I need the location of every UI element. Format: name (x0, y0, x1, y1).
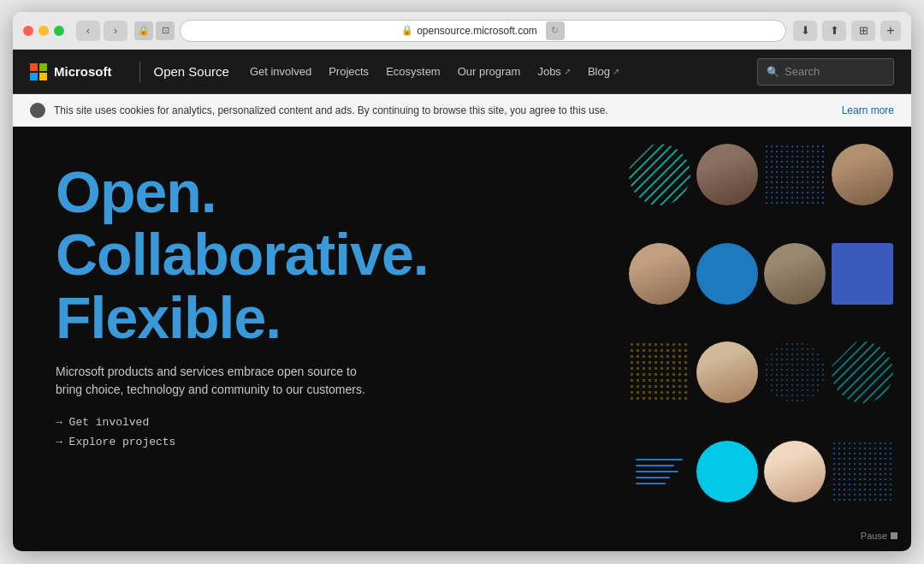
avatar-1 (696, 144, 758, 205)
site-nav: Microsoft Open Source Get involved Proje… (13, 50, 911, 94)
grid-cell-cyan-circle (696, 441, 758, 502)
ms-green-square (39, 63, 47, 71)
toolbar-right: ⬇ ⬆ ⊞ + (793, 21, 901, 41)
hero-right-grid (620, 127, 911, 551)
hero-line3: Flexible. (56, 287, 586, 349)
search-placeholder: Search (785, 65, 820, 78)
pause-button[interactable]: Pause (861, 531, 897, 541)
traffic-lights (23, 26, 64, 36)
avatar-5 (696, 341, 758, 403)
grid-cell-dots-2 (832, 441, 893, 502)
grid-cell-dots-dark (764, 341, 826, 403)
ms-red-square (30, 63, 38, 71)
share-button[interactable]: ⬆ (822, 21, 846, 41)
cookie-icon (30, 103, 45, 118)
hero-section: Open. Collaborative. Flexible. Microsoft… (13, 127, 911, 551)
h-line-2 (636, 465, 674, 466)
explore-projects-link[interactable]: → Explore projects (56, 436, 586, 448)
nav-ecosystem[interactable]: Ecosystem (386, 65, 441, 78)
h-line-5 (636, 483, 666, 484)
avatar-6 (764, 441, 826, 502)
address-bar[interactable]: 🔒 opensource.microsoft.com ↻ (180, 20, 786, 42)
back-button[interactable]: ‹ (76, 21, 100, 41)
security-icons: 🔒 ⊡ (134, 21, 175, 40)
site-content: Microsoft Open Source Get involved Proje… (13, 50, 911, 551)
cookie-bar: This site uses cookies for analytics, pe… (13, 94, 911, 127)
download-button[interactable]: ⬇ (793, 21, 817, 41)
browser-window: ‹ › 🔒 ⊡ 🔒 opensource.microsoft.com ↻ ⬇ ⬆… (13, 12, 911, 551)
copy-button[interactable]: ⊞ (851, 21, 875, 41)
minimize-button[interactable] (38, 26, 49, 36)
avatar-3 (629, 243, 690, 305)
h-line-4 (636, 477, 670, 478)
search-box[interactable]: 🔍 Search (757, 58, 894, 86)
microsoft-logo[interactable]: Microsoft (30, 63, 112, 80)
h-line-3 (636, 471, 678, 472)
new-tab-button[interactable]: + (880, 21, 901, 41)
grid-cell-pattern-1 (629, 144, 690, 205)
cookie-text: This site uses cookies for analytics, pe… (54, 104, 833, 116)
hero-description: Microsoft products and services embrace … (56, 363, 381, 399)
search-icon: 🔍 (767, 66, 779, 78)
nav-get-involved[interactable]: Get involved (250, 65, 311, 78)
hero-links: → Get involved → Explore projects (56, 416, 586, 448)
grid-cell-blue-circle (696, 243, 758, 305)
maximize-button[interactable] (54, 26, 64, 36)
shield-icon: 🔒 (134, 21, 153, 40)
get-involved-link[interactable]: → Get involved (56, 416, 586, 429)
nav-our-program[interactable]: Our program (458, 65, 521, 78)
grid-cell-dots-yellow (629, 341, 690, 403)
nav-links: Get involved Projects Ecosystem Our prog… (250, 65, 757, 78)
lock-icon: 🔒 (401, 25, 413, 36)
nav-blog[interactable]: Blog ↗ (588, 65, 619, 78)
ms-grid-icon (30, 63, 47, 80)
grid-cell-pattern-2 (832, 341, 893, 403)
pause-icon (891, 532, 897, 539)
reader-icon: ⊡ (156, 21, 175, 40)
nav-divider (139, 62, 140, 82)
jobs-external-icon: ↗ (564, 67, 571, 76)
ms-blue-square (30, 73, 38, 80)
h-line-1 (636, 459, 683, 460)
close-button[interactable] (23, 26, 33, 36)
pause-label: Pause (861, 531, 887, 541)
brand-name: Microsoft (54, 64, 112, 79)
hero-line2: Collaborative. (56, 223, 586, 286)
forward-button[interactable]: › (104, 21, 127, 41)
nav-buttons: ‹ › (76, 21, 127, 41)
grid-cell-dots-1 (764, 144, 826, 205)
avatar-2 (832, 144, 893, 205)
site-title: Open Source (154, 64, 229, 79)
avatar-4 (764, 243, 826, 305)
refresh-icon[interactable]: ↻ (546, 21, 565, 40)
address-bar-container: 🔒 ⊡ 🔒 opensource.microsoft.com ↻ (134, 20, 786, 42)
learn-more-link[interactable]: Learn more (842, 104, 894, 116)
ms-yellow-square (39, 73, 47, 80)
url-text: opensource.microsoft.com (417, 25, 537, 37)
grid-cell-horiz-lines (629, 441, 690, 502)
hero-left: Open. Collaborative. Flexible. Microsoft… (13, 127, 620, 551)
hero-headline: Open. Collaborative. Flexible. (56, 161, 586, 349)
browser-titlebar: ‹ › 🔒 ⊡ 🔒 opensource.microsoft.com ↻ ⬇ ⬆… (13, 12, 911, 50)
blog-external-icon: ↗ (613, 67, 619, 76)
nav-projects[interactable]: Projects (329, 65, 369, 78)
grid-cell-blue-square (832, 243, 893, 305)
hero-line1: Open. (56, 161, 586, 223)
nav-jobs[interactable]: Jobs ↗ (537, 65, 570, 78)
